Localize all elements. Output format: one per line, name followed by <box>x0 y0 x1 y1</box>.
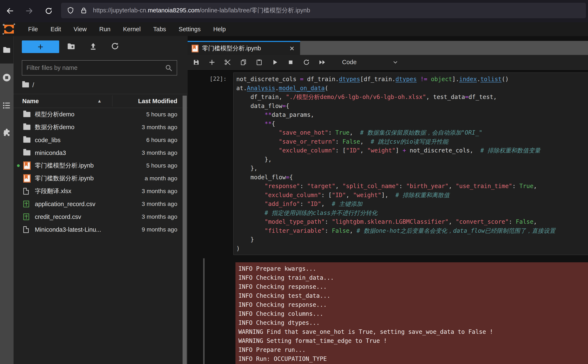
browser-reload-button[interactable] <box>42 5 55 17</box>
file-modified: 3 months ago <box>142 124 177 131</box>
code-line: "model_type_path": "lightgbm.sklearn.LGB… <box>236 217 588 227</box>
notebook-tab-title: 零门槛模型分析.ipynb <box>202 44 261 53</box>
run-cell-button[interactable] <box>267 55 283 70</box>
code-line: "filter_variable": False, # 数据one-hot之后变… <box>236 227 588 235</box>
column-name[interactable]: Name <box>22 98 39 104</box>
paste-icon <box>256 59 263 66</box>
refresh-icon <box>111 42 119 51</box>
upload-button[interactable] <box>89 42 98 52</box>
code-line: # 指定使用训练的class并不进行打分转化 <box>236 209 588 218</box>
file-row[interactable]: code_libs6 hours ago <box>14 134 188 146</box>
jupyterlab-menubar: FileEditViewRunKernelTabsSettingsHelp <box>0 22 588 36</box>
url-text: https://jupyterlab-cn.metanoia8295.com/o… <box>93 6 310 15</box>
folder-icon <box>23 150 30 155</box>
browser-forward-button[interactable] <box>23 5 36 17</box>
file-list: 模型分析demo5 hours ago数据分析demo3 months agoc… <box>14 108 188 364</box>
code-line: not_discrete_cols = df_train.dtypes[df_t… <box>236 75 588 84</box>
file-row[interactable]: miniconda33 months ago <box>14 146 188 159</box>
menu-item-file[interactable]: File <box>22 22 44 36</box>
upload-icon <box>89 42 98 51</box>
file-modified: a month ago <box>145 175 177 182</box>
reload-icon <box>45 7 53 15</box>
notebook-file-icon <box>192 45 198 52</box>
stop-circle-icon <box>2 73 12 82</box>
notebook-tab[interactable]: 零门槛模型分析.ipynb ✕ <box>188 41 300 55</box>
filter-files-input[interactable] <box>22 64 165 71</box>
table-of-contents-tab[interactable] <box>2 101 12 111</box>
shield-icon[interactable] <box>66 6 74 14</box>
log-line: INFO Run: OCCUPATION_TYPE <box>238 354 588 363</box>
restart-icon <box>303 59 310 66</box>
file-browser-panel: + / Name ▲ Last Modified 模型分析demo5 hours… <box>14 36 188 364</box>
log-line: INFO Checking response... <box>238 300 588 309</box>
cell-type-dropdown[interactable]: Code <box>342 59 399 66</box>
browser-back-button[interactable] <box>4 5 16 17</box>
jupyterlab-window: https://jupyterlab-cn.metanoia8295.com/o… <box>0 0 588 364</box>
file-row[interactable]: credit_record.csv3 months ago <box>14 210 188 223</box>
code-line: "add_info": "ID", # 主键添加 <box>236 200 588 209</box>
run-icon <box>271 59 278 66</box>
code-cell-editor[interactable]: not_discrete_cols = df_train.dtypes[df_t… <box>233 72 588 255</box>
extensions-tab[interactable] <box>2 128 12 138</box>
file-row[interactable]: 字段翻译.xlsx3 months ago <box>14 185 188 197</box>
copy-icon <box>240 59 247 66</box>
new-launcher-button[interactable]: + <box>22 40 59 53</box>
scissors-icon <box>224 58 231 66</box>
tab-close-icon[interactable]: ✕ <box>289 45 295 52</box>
running-kernels-tab[interactable] <box>2 73 12 83</box>
activity-bar <box>0 36 14 364</box>
breadcrumb[interactable]: / <box>22 79 34 91</box>
copy-cells-button[interactable] <box>235 55 251 70</box>
file-modified: 6 hours ago <box>146 137 177 143</box>
menu-item-kernel[interactable]: Kernel <box>117 22 147 36</box>
output-collapser[interactable] <box>203 258 205 364</box>
browser-toolbar: https://jupyterlab-cn.metanoia8295.com/o… <box>0 0 588 22</box>
file-name: code_libs <box>35 136 61 143</box>
code-line: data_flow={ <box>236 102 588 111</box>
code-line: at.Analysis.model_on_data( <box>236 84 588 93</box>
csv-icon <box>23 214 29 220</box>
file-row[interactable]: application_record.csv3 months ago <box>14 197 188 210</box>
column-last-modified[interactable]: Last Modified <box>138 98 177 104</box>
notebook-toolbar: Code <box>188 55 588 70</box>
file-row[interactable]: Miniconda3-latest-Linu...9 months ago <box>14 223 188 236</box>
file-row[interactable]: 数据分析demo3 months ago <box>14 121 188 134</box>
stop-icon <box>287 59 294 66</box>
sort-ascending-icon[interactable]: ▲ <box>97 98 102 104</box>
menu-item-settings[interactable]: Settings <box>172 22 207 36</box>
address-bar[interactable]: https://jupyterlab-cn.metanoia8295.com/o… <box>61 3 586 18</box>
file-list-scrollbar[interactable] <box>183 96 187 364</box>
code-line: "exclude_column": ["ID", "weight"], # 排除… <box>236 191 588 200</box>
refresh-button[interactable] <box>111 42 119 51</box>
add-cell-button[interactable] <box>204 55 220 70</box>
search-icon <box>165 64 173 72</box>
cell-type-value: Code <box>342 59 357 66</box>
file-row[interactable]: 零门槛模型分析.ipynb5 hours ago <box>14 159 188 172</box>
menu-item-tabs[interactable]: Tabs <box>147 22 172 36</box>
menu-item-view[interactable]: View <box>67 22 93 36</box>
menu-item-help[interactable]: Help <box>207 22 232 36</box>
menu-item-edit[interactable]: Edit <box>44 22 67 36</box>
file-browser-tab[interactable] <box>2 45 11 55</box>
file-row[interactable]: 模型分析demo5 hours ago <box>14 108 188 121</box>
csv-icon <box>23 201 29 207</box>
new-folder-button[interactable] <box>66 42 76 52</box>
notebook-icon <box>23 174 31 182</box>
jupyter-logo <box>2 24 16 35</box>
restart-run-all-button[interactable] <box>314 55 330 70</box>
menu-item-run[interactable]: Run <box>93 22 117 36</box>
list-icon <box>2 101 12 110</box>
interrupt-kernel-button[interactable] <box>283 55 298 70</box>
lock-icon[interactable] <box>80 6 87 14</box>
file-modified: 3 months ago <box>142 150 177 156</box>
file-modified: 5 hours ago <box>146 111 177 118</box>
breadcrumb-home-icon[interactable] <box>22 82 29 87</box>
save-button[interactable] <box>188 55 204 70</box>
back-arrow-icon <box>6 6 14 15</box>
cut-cells-button[interactable] <box>220 55 235 70</box>
paste-cells-button[interactable] <box>251 55 267 70</box>
restart-kernel-button[interactable] <box>298 55 314 70</box>
file-row[interactable]: 零门槛数据分析.ipynba month ago <box>14 172 188 185</box>
log-line: INFO Checking test_data... <box>238 291 588 300</box>
code-line: model_flow={ <box>236 173 588 182</box>
